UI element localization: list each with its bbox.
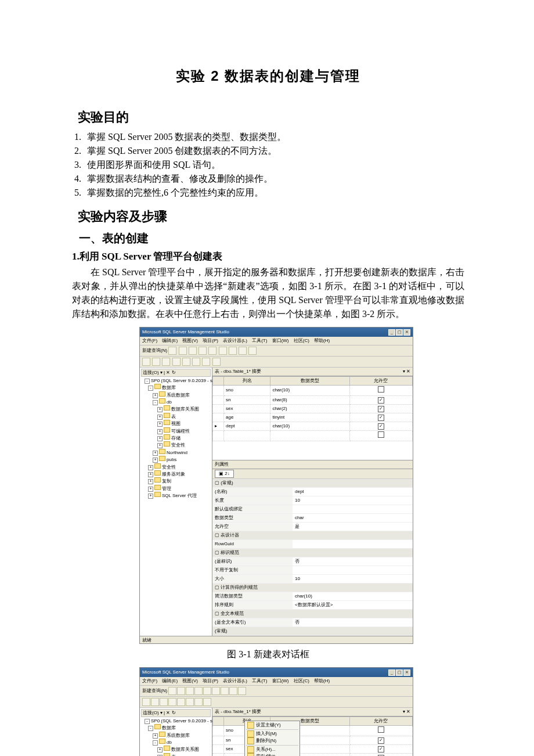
toolbar-icon[interactable] — [142, 358, 150, 366]
checkbox-icon[interactable]: ✓ — [378, 406, 384, 412]
columns-grid[interactable]: 列名 数据类型 允许空 snochar(10) snchar(8)✓ sexch… — [212, 376, 413, 441]
objective-item: 掌握 SQL Server 2005 创建数据表的不同方法。 — [84, 144, 464, 158]
heading-objectives: 实验目的 — [78, 107, 464, 127]
new-query-button[interactable]: 新建查询(N) — [142, 348, 167, 353]
app-title: Microsoft SQL Server Management Studio — [142, 329, 229, 336]
toolbar-icon[interactable] — [202, 358, 210, 366]
designer-panel: 表 - dbo.Table_1* 摘要 ▾ ✕ 列名 数据类型 允许空 snoc… — [212, 368, 413, 636]
toolbar-icon[interactable] — [179, 347, 187, 355]
subhead-1a: 1.利用 SQL Server 管理平台创建表 — [72, 249, 464, 264]
menu-edit[interactable]: 编辑(E) — [162, 338, 178, 343]
toolbar-icon[interactable] — [162, 358, 170, 366]
menu-project[interactable]: 项目(P) — [203, 338, 218, 343]
designer-panel: 表 - dbo.Table_1* 摘要▾ ✕ 列名数据类型允许空 snochar… — [212, 708, 413, 757]
toolbar-icon[interactable] — [182, 358, 190, 366]
toolbar-icon[interactable] — [199, 347, 207, 355]
objective-item: 使用图形界面和使用 SQL 语句。 — [84, 158, 464, 172]
menu-file[interactable]: 文件(F) — [142, 338, 157, 343]
figure-3-1-screenshot: Microsoft SQL Server Management Studio _… — [139, 327, 413, 644]
window-controls[interactable]: _▢✕ — [388, 329, 410, 336]
objectives-list: 掌握 SQL Server 2005 数据表的类型、数据类型。 掌握 SQL S… — [72, 130, 464, 200]
object-explorer[interactable]: 连接(O) ▾ | ✕ ↻ -SP0 (SQL Server 9.0.2039 … — [140, 368, 212, 636]
close-icon[interactable]: ▾ ✕ — [403, 368, 410, 375]
table-row — [213, 430, 413, 441]
status-bar: 就绪 — [140, 636, 413, 643]
toolbar-icon[interactable] — [168, 347, 176, 355]
document-tab[interactable]: 表 - dbo.Table_1* 摘要 ▾ ✕ — [212, 368, 413, 376]
subsection-1: 一、表的创建 — [79, 229, 464, 247]
heading-procedure: 实验内容及步骤 — [78, 207, 464, 226]
ctx-delete-column[interactable]: 删除列(N) — [245, 737, 300, 744]
toolbar-2[interactable] — [140, 697, 413, 708]
tree-root[interactable]: -SP0 (SQL Server 9.0.2039 - sa) — [145, 378, 211, 384]
table-row: snchar(8)✓ — [213, 395, 413, 404]
toolbar-icon[interactable] — [192, 358, 200, 366]
menu-tools[interactable]: 工具(T) — [252, 338, 267, 343]
window-titlebar: Microsoft SQL Server Management Studio _… — [140, 668, 413, 677]
object-explorer-header: 连接(O) ▾ | ✕ ↻ — [141, 369, 211, 377]
toolbar-icon[interactable] — [152, 358, 160, 366]
col-header-null: 允许空 — [349, 376, 412, 385]
menu-community[interactable]: 社区(C) — [294, 338, 309, 343]
figure-caption-1: 图 3-1 新建表对话框 — [72, 647, 464, 661]
column-properties-header: 列属性 — [212, 460, 413, 469]
ctx-insert-column[interactable]: 插入列(M) — [245, 730, 300, 737]
context-menu[interactable]: 设置主键(Y) 插入列(M) 删除列(N) 关系(H)... 索引/键(I)..… — [244, 721, 300, 757]
checkbox-icon[interactable] — [378, 386, 384, 393]
figure-3-2-screenshot: Microsoft SQL Server Management Studio _… — [139, 667, 413, 757]
ctx-set-primary-key[interactable]: 设置主键(Y) — [245, 722, 300, 729]
toolbar-icon[interactable] — [189, 347, 197, 355]
objective-item: 掌握 SQL Server 2005 数据表的类型、数据类型。 — [84, 130, 464, 144]
col-header-type: 数据类型 — [270, 376, 349, 385]
menubar[interactable]: 文件(F) 编辑(E) 视图(V) 项目(P) 表设计器(L) 工具(T) 窗口… — [140, 337, 413, 345]
toolbar-1[interactable]: 新建查询(N) — [140, 686, 413, 697]
body-1a: 在 SQL Server 管理平台中，展开指定的服务器和数据库，打开想要创建新表… — [72, 265, 464, 321]
document-page: 实验 2 数据表的创建与管理 实验目的 掌握 SQL Server 2005 数… — [0, 0, 534, 756]
toolbar-icon[interactable] — [219, 347, 227, 355]
ctx-relationships[interactable]: 关系(H)... — [245, 746, 300, 753]
toolbar-icon[interactable] — [248, 347, 257, 355]
toolbar-icon[interactable] — [208, 347, 217, 355]
menu-table-designer[interactable]: 表设计器(L) — [223, 338, 247, 343]
toolbar-icon[interactable] — [239, 347, 247, 355]
checkbox-icon[interactable]: ✓ — [378, 397, 384, 404]
objective-item: 掌握数据的完整性,6 个完整性约束的应用。 — [84, 186, 464, 200]
toolbar-1[interactable]: 新建查询(N) — [140, 345, 413, 357]
toolbar-icon[interactable] — [229, 347, 237, 355]
objective-item: 掌握数据表结构的查看、修改及删除的操作。 — [84, 172, 464, 186]
toolbar-2[interactable] — [140, 357, 413, 368]
properties-grid[interactable]: ▢ (常规) (名称)dept 长度10 默认值或绑定 数据类型char 允许空… — [212, 479, 413, 636]
ctx-indexes[interactable]: 索引/键(I)... — [245, 753, 300, 757]
property-tab[interactable]: ▣ 2↓ — [215, 470, 234, 478]
menu-view[interactable]: 视图(V) — [182, 338, 198, 343]
table-row: snochar(10) — [213, 385, 413, 395]
toolbar-icon[interactable] — [212, 358, 221, 366]
checkbox-icon[interactable]: ✓ — [378, 415, 384, 421]
col-header-name: 列名 — [224, 376, 270, 385]
table-row: agetinyint✓ — [213, 413, 413, 422]
object-explorer[interactable]: 连接(O) ▾ | ✕ ↻ -SP0 (SQL Server 9.0.2039 … — [140, 708, 212, 757]
table-row: sexchar(2)✓ — [213, 404, 413, 413]
app-title: Microsoft SQL Server Management Studio — [142, 669, 229, 676]
menu-help[interactable]: 帮助(H) — [314, 338, 330, 343]
table-row: ▸deptchar(10)✓ — [213, 422, 413, 430]
menubar[interactable]: 文件(F) 编辑(E) 视图(V) 项目(P) 表设计器(L) 工具(T) 窗口… — [140, 677, 413, 686]
toolbar-icon[interactable] — [172, 358, 181, 366]
doc-title: 实验 2 数据表的创建与管理 — [72, 66, 464, 87]
checkbox-icon[interactable]: ✓ — [378, 423, 384, 430]
window-titlebar: Microsoft SQL Server Management Studio _… — [140, 327, 413, 337]
columns-grid[interactable]: 列名数据类型允许空 snochar(10) sn✓ sex✓ age✓ ▸dep… — [212, 717, 413, 757]
checkbox-icon[interactable] — [378, 431, 384, 438]
window-controls[interactable]: _▢✕ — [388, 669, 410, 676]
menu-window[interactable]: 窗口(W) — [272, 338, 289, 343]
